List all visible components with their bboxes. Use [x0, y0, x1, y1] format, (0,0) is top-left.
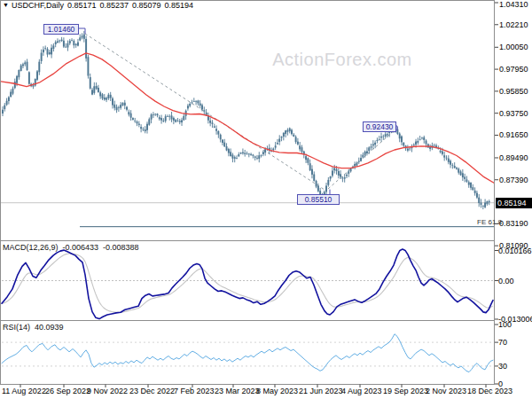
price-axis-tick: 0.95850 [499, 87, 528, 96]
rsi-name: RSI(14) [3, 323, 30, 332]
date-label: 8 May 2023 [256, 387, 298, 395]
price-annotation[interactable]: 0.92430 [363, 121, 396, 132]
macd-axis-tick: 0.00 [498, 277, 514, 286]
price-annotation[interactable]: 0.85510 [297, 194, 340, 205]
price-axis-tick: 0.91650 [499, 130, 528, 139]
price-axis-tick: 0.89490 [499, 153, 528, 162]
fib-extension-label: FE 61.8 [477, 218, 502, 226]
macd-signal-value: -0.008388 [103, 243, 139, 252]
date-label: 23 Dec 2022 [129, 387, 175, 395]
date-label: 4 Aug 2023 [341, 387, 382, 395]
low-value: 0.85079 [132, 1, 161, 10]
date-label: 2 Nov 2023 [426, 387, 466, 395]
symbol-header-toggle-icon[interactable]: ▼ [3, 2, 9, 8]
price-axis-tick: 0.97950 [499, 65, 528, 74]
price-axis-tick: 1.02210 [499, 20, 528, 29]
price-axis-tick: 1.04310 [499, 0, 528, 9]
date-label: 11 Aug 2022 [2, 387, 46, 395]
rsi-axis-tick: 30 [498, 362, 507, 371]
symbol-period-label: USDCHF,Daily [12, 1, 64, 10]
rsi-value: 40.0939 [35, 323, 64, 332]
macd-indicator-label: MACD(12,26,9)-0.006433-0.008388 [3, 243, 144, 252]
price-annotation[interactable]: 1.01460 [43, 24, 79, 35]
high-value: 0.85237 [100, 1, 129, 10]
macd-value: -0.006433 [63, 243, 99, 252]
date-label: 18 Dec 2023 [467, 387, 512, 395]
date-label: 26 Sep 2022 [45, 387, 90, 395]
rsi-indicator-label: RSI(14)40.0939 [3, 323, 68, 332]
rsi-axis-tick: 70 [498, 338, 507, 347]
price-axis-tick: 1.00050 [499, 43, 528, 51]
open-value: 0.85171 [67, 1, 97, 10]
chart-window: ▼USDCHF,Daily0.851710.852370.850790.8519… [0, 0, 532, 399]
date-label: 21 Jun 2023 [299, 387, 343, 395]
date-label: 7 Feb 2023 [174, 387, 215, 395]
ohlc-header: ▼USDCHF,Daily0.851710.852370.850790.8519… [3, 1, 197, 10]
date-label: 9 Nov 2022 [87, 387, 128, 395]
macd-name: MACD(12,26,9) [3, 243, 59, 252]
date-label: 23 Mar 2023 [215, 387, 260, 395]
date-label: 19 Sep 2023 [383, 387, 428, 395]
rsi-axis-tick: 100 [498, 320, 512, 329]
macd-axis-tick: 0.010166 [498, 246, 532, 255]
current-price-tag: 0.85194 [496, 198, 532, 208]
watermark: ActionForex.com [266, 50, 419, 70]
price-axis-tick: 0.87390 [499, 176, 528, 184]
main-price-panel [0, 31, 494, 227]
price-axis-tick: 0.83190 [499, 219, 528, 228]
close-value: 0.85194 [165, 1, 194, 10]
price-axis-tick: 0.93750 [499, 109, 528, 118]
